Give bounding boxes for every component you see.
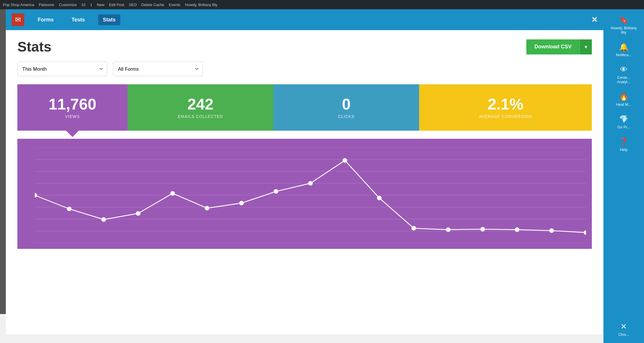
clicks-card: 0 CLICKS [273,84,419,131]
admin-bar-item: Pop Shop America [3,3,34,7]
modal-header: ✉ Forms Tests Stats ✕ [6,9,603,30]
eye-icon: 👁 [620,65,627,74]
conversion-label: AVERAGE CONVERSION [479,114,532,119]
emails-number: 242 [188,96,214,112]
svg-point-34 [584,231,586,235]
notifications-button[interactable]: 🔔 Notifica... [608,39,640,61]
sidebar-close-button[interactable]: ✕ Clos... [608,319,640,340]
conversion-card: 2.1% AVERAGE CONVERSION [419,84,592,131]
svg-point-31 [481,227,485,231]
svg-point-28 [377,196,381,200]
bell-icon: 🔔 [619,43,628,52]
notifications-label: Notifica... [616,53,632,57]
stats-cards: 11,760 VIEWS 242 EMAILS COLLECTED 0 CLIC… [17,84,592,131]
admin-bar-item: Howdy, Brittany Bly [185,3,217,7]
content-analytics-button[interactable]: 👁 Conte... Analyt... [608,62,640,87]
download-btn-group: Download CSV ▾ [526,39,592,54]
page-title: Stats [17,39,51,55]
admin-bar-item: New [97,3,104,7]
close-icon: ✕ [621,322,627,331]
help-icon: ❓ [619,137,628,146]
nav-forms[interactable]: Forms [33,14,58,25]
svg-point-26 [308,181,312,185]
modal-logo: ✉ [12,13,24,26]
svg-point-29 [412,226,416,230]
form-filter[interactable]: All Forms [113,62,203,76]
chart-container: 0 250 500 750 1000 1250 1500 1750 2000 [17,139,592,249]
admin-bar-item: 1 [90,3,92,7]
clicks-label: CLICKS [338,114,354,119]
period-filter[interactable]: This Month Last Month This Year All Time [17,62,107,76]
my-to-button[interactable]: 🔖 Howdy, Brittany Bly [608,12,640,38]
svg-point-19 [67,207,71,211]
right-sidebar: 🔖 Howdy, Brittany Bly 🔔 Notifica... 👁 Co… [603,9,644,343]
help-button[interactable]: ❓ Help [608,134,640,155]
nav-tests[interactable]: Tests [67,14,90,25]
svg-point-21 [136,211,140,216]
filters-row: This Month Last Month This Year All Time… [17,62,592,76]
views-number: 11,760 [48,96,96,112]
svg-point-32 [515,228,519,232]
svg-point-18 [35,193,37,197]
svg-point-20 [102,218,106,222]
views-label: VIEWS [65,114,80,119]
svg-point-24 [239,201,243,205]
diamond-icon: 💎 [619,115,628,124]
svg-point-25 [274,189,278,194]
admin-bar-item: 10 [81,3,85,7]
heat-map-label: Heat M... [616,102,632,107]
heat-map-button[interactable]: 🔥 Heat M... [608,89,640,110]
views-card: 11,760 VIEWS [17,84,128,131]
download-csv-button[interactable]: Download CSV [526,39,580,54]
admin-bar-item: Delete Cache [141,3,164,7]
admin-bar-item: SEO [129,3,137,7]
emails-label: EMAILS COLLECTED [178,114,223,119]
close-button[interactable]: ✕ [591,15,598,24]
content-analytics-label: Conte... Analyt... [610,75,637,84]
svg-point-27 [343,158,347,163]
nav-stats[interactable]: Stats [98,14,120,25]
svg-point-23 [205,206,209,210]
chart-svg: 0 250 500 750 1000 1250 1500 1750 2000 [35,147,586,243]
admin-bar: Pop Shop America Flatsome Customize 10 1… [0,0,644,9]
admin-bar-item: Customize [59,3,77,7]
conversion-number: 2.1% [488,96,523,112]
svg-point-33 [550,229,554,233]
svg-point-30 [446,228,450,232]
clicks-number: 0 [342,96,351,112]
stats-modal: ✉ Forms Tests Stats ✕ Stats Download CSV… [6,9,603,334]
my-to-label: Howdy, Brittany Bly [610,26,637,34]
close-label: Clos... [618,332,629,337]
my-to-icon: 🔖 [619,16,628,25]
admin-bar-item: Flatsome [39,3,54,7]
help-label: Help [620,147,628,152]
flame-icon: 🔥 [619,92,628,101]
go-pro-label: Go Pr... [617,125,630,129]
go-pro-button[interactable]: 💎 Go Pr... [608,111,640,133]
admin-bar-item: Events [169,3,181,7]
modal-body: Stats Download CSV ▾ This Month Last Mon… [6,30,603,334]
download-csv-arrow[interactable]: ▾ [580,39,592,54]
admin-bar-item: Edit Post [109,3,124,7]
emails-card: 242 EMAILS COLLECTED [128,84,273,131]
email-icon: ✉ [15,16,21,24]
svg-point-22 [170,191,174,196]
page-title-row: Stats Download CSV ▾ [17,39,592,55]
